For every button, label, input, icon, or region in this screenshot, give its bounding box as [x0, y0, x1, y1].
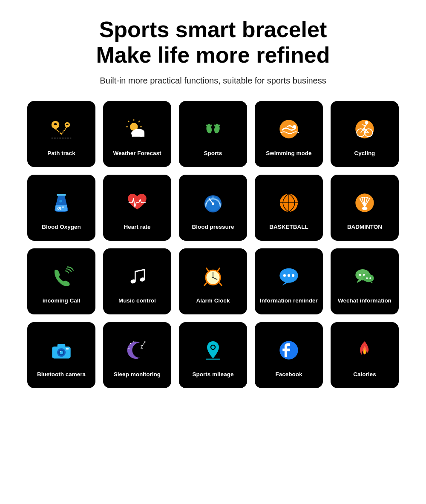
svg-point-101 — [369, 277, 371, 279]
feature-facebook: Facebook — [255, 322, 323, 388]
phone-icon — [44, 259, 78, 294]
feature-label-cycling: Cycling — [354, 150, 375, 157]
feature-label-sleep: Sleep monitoring — [114, 371, 161, 378]
swimming-icon — [272, 112, 306, 146]
feature-label-blood-oxygen: Blood Oxygen — [42, 223, 81, 231]
feature-alarm-clock: Alarm Clock — [179, 248, 247, 314]
blood-oxygen-icon: O2 — [44, 186, 78, 220]
svg-point-25 — [214, 124, 216, 127]
badminton-icon — [348, 186, 382, 220]
facebook-icon — [272, 333, 306, 367]
feature-incoming-call: incoming Call — [27, 248, 95, 314]
svg-rect-104 — [58, 344, 66, 348]
page-title: Sports smart bracelet Make life more ref… — [96, 17, 330, 68]
svg-point-90 — [283, 274, 286, 277]
heart-rate-icon — [120, 186, 154, 220]
sleep-icon: Z Z Z — [120, 333, 154, 367]
cycling-icon — [348, 112, 382, 146]
feature-label-calories: Calories — [353, 371, 376, 378]
sports-icon — [196, 112, 230, 146]
feature-label-path-track: Path track — [47, 150, 75, 157]
svg-rect-72 — [48, 265, 75, 288]
svg-point-22 — [206, 124, 208, 127]
svg-point-27 — [218, 124, 220, 127]
info-icon — [272, 259, 306, 294]
mileage-icon — [196, 333, 230, 367]
feature-label-blood-pressure: Blood pressure — [192, 223, 234, 231]
svg-point-55 — [212, 203, 214, 205]
feature-cycling: Cycling — [331, 101, 399, 167]
svg-point-108 — [60, 351, 61, 352]
feature-blood-oxygen: O2 Blood Oxygen — [27, 175, 95, 241]
feature-path-track: Path track — [27, 101, 95, 167]
feature-label-info-reminder: Information reminder — [260, 297, 318, 305]
feature-label-heart-rate: Heart rate — [124, 223, 150, 231]
svg-rect-44 — [57, 194, 66, 196]
page-subtitle: Built-in more practical functions, suita… — [100, 76, 326, 86]
music-icon — [120, 259, 154, 294]
feature-label-basketball: BASKETBALL — [269, 223, 308, 231]
feature-label-sports: Sports — [204, 150, 222, 157]
camera-icon — [44, 333, 78, 367]
feature-label-incoming-call: incoming Call — [43, 297, 81, 305]
feature-weather-forecast: Weather Forecast — [103, 101, 171, 167]
svg-point-92 — [292, 274, 294, 277]
svg-rect-109 — [66, 348, 69, 350]
svg-point-47 — [62, 206, 64, 208]
svg-point-24 — [210, 124, 212, 127]
svg-point-23 — [208, 124, 210, 126]
svg-text:O2: O2 — [57, 207, 61, 211]
svg-point-98 — [363, 274, 374, 282]
svg-point-119 — [211, 346, 215, 349]
feature-sports-mileage: Sports mileage — [179, 322, 247, 388]
basketball-icon — [272, 186, 306, 220]
feature-label-bluetooth-camera: Bluetooth camera — [37, 371, 86, 378]
calories-icon — [348, 333, 382, 367]
feature-label-weather: Weather Forecast — [113, 150, 161, 157]
features-grid: Path track Weather Forecast — [27, 101, 399, 388]
svg-point-100 — [366, 277, 368, 279]
feature-sports: Sports — [179, 101, 247, 167]
svg-rect-73 — [124, 265, 150, 288]
svg-point-48 — [59, 200, 62, 202]
path-track-icon — [44, 112, 78, 146]
feature-bluetooth-camera: Bluetooth camera — [27, 322, 95, 388]
svg-point-30 — [293, 125, 296, 129]
feature-label-facebook: Facebook — [275, 371, 302, 378]
svg-point-115 — [133, 341, 134, 342]
svg-point-33 — [365, 121, 368, 124]
feature-label-music: Music control — [118, 297, 156, 305]
feature-label-alarm: Alarm Clock — [196, 297, 230, 305]
feature-label-swimming: Swimming mode — [266, 150, 311, 157]
weather-icon — [120, 112, 154, 146]
feature-basketball: BASKETBALL — [255, 175, 323, 241]
svg-point-26 — [216, 124, 218, 126]
svg-rect-19 — [200, 118, 226, 141]
svg-point-116 — [128, 348, 129, 349]
wechat-icon — [348, 259, 382, 294]
svg-point-96 — [359, 274, 361, 276]
svg-point-91 — [288, 274, 290, 277]
feature-label-badminton: BADMINTON — [347, 223, 382, 231]
feature-blood-pressure: Blood pressure — [179, 175, 247, 241]
feature-calories: Calories — [331, 322, 399, 388]
feature-label-wechat: Wechat information — [338, 297, 391, 305]
svg-point-86 — [212, 277, 214, 279]
svg-point-66 — [362, 207, 367, 210]
svg-point-114 — [130, 343, 131, 344]
svg-point-41 — [364, 132, 366, 134]
feature-wechat: Wechat information — [331, 248, 399, 314]
alarm-icon — [196, 259, 230, 294]
feature-badminton: BADMINTON — [331, 175, 399, 241]
feature-heart-rate: Heart rate — [103, 175, 171, 241]
feature-swimming: Swimming mode — [255, 101, 323, 167]
blood-pressure-icon — [196, 186, 230, 220]
feature-sleep-monitoring: Z Z Z Sleep monitoring — [103, 322, 171, 388]
svg-rect-18 — [132, 133, 144, 137]
feature-label-mileage: Sports mileage — [193, 371, 234, 378]
feature-music-control: Music control — [103, 248, 171, 314]
feature-info-reminder: Information reminder — [255, 248, 323, 314]
svg-rect-0 — [48, 118, 75, 141]
